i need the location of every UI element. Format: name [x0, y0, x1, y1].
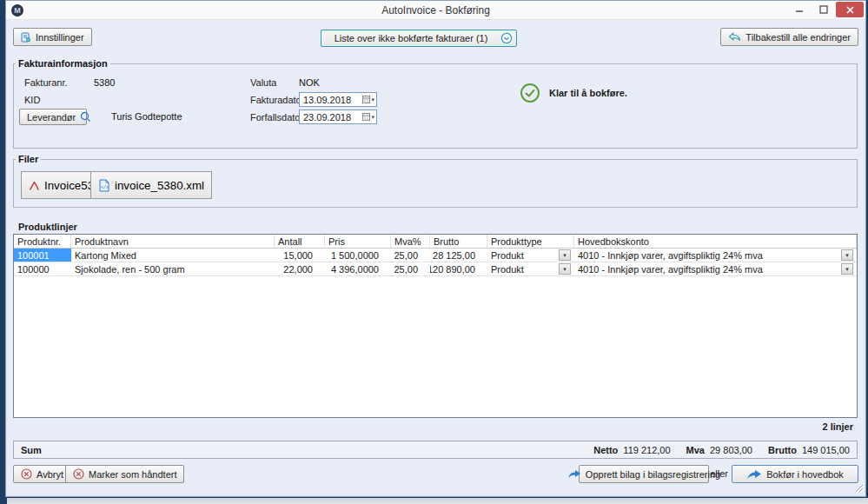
- minimize-button[interactable]: [787, 2, 811, 17]
- maximize-button[interactable]: [812, 2, 835, 17]
- dropdown-arrow-icon[interactable]: ▾: [559, 263, 571, 275]
- cell-quantity[interactable]: 15,000: [275, 249, 325, 262]
- column-header-ledger-account[interactable]: Hovedbokskonto: [574, 235, 857, 248]
- ledger-account-value: 4010 - Innkjøp varer, avgiftspliktig 24%…: [578, 250, 763, 261]
- currency-value: NOK: [299, 77, 320, 88]
- cell-product-type[interactable]: Produkt ▾: [487, 249, 574, 262]
- cell-ledger-account[interactable]: 4010 - Innkjøp varer, avgiftspliktig 24%…: [574, 249, 857, 262]
- invoice-info-section: Fakturainformasjon Fakturanr. 5380 KID L…: [13, 58, 858, 149]
- unposted-invoices-dropdown[interactable]: Liste over ikke bokførte fakturaer (1): [321, 30, 517, 47]
- create-voucher-button-label: Opprett bilag i bilagsregistrering: [586, 469, 720, 480]
- caret-down-icon: ▾: [371, 96, 374, 103]
- supplier-value: Turis Godtepotte: [111, 111, 182, 122]
- desktop-strip: [7, 498, 868, 504]
- invoice-no-value: 5380: [94, 77, 115, 88]
- column-header-vat[interactable]: Mva%: [391, 235, 430, 248]
- ledger-account-value: 4010 - Innkjøp varer, avgiftspliktig 24%…: [578, 264, 763, 275]
- table-row[interactable]: 100000 Sjokolade, ren - 500 gram 22,000 …: [14, 262, 857, 276]
- cancel-circle-icon: [73, 468, 84, 480]
- cell-product-type[interactable]: Produkt ▾: [487, 262, 574, 275]
- titlebar: AutoInvoice - Bokføring M: [6, 1, 865, 20]
- svg-text:</>: </>: [101, 183, 109, 189]
- net-value: 119 212,00: [623, 445, 670, 455]
- pdf-file-icon: [29, 180, 40, 191]
- column-header-product-name[interactable]: Produktnavn: [71, 235, 275, 248]
- cell-price[interactable]: 1 500,0000: [325, 249, 391, 262]
- invoice-date-field[interactable]: 13.09.2018 ▾: [299, 92, 377, 107]
- unposted-invoices-dropdown-label: Liste over ikke bokførte fakturaer (1): [321, 33, 500, 43]
- reset-changes-button[interactable]: Tilbakestill alle endringer: [720, 28, 858, 46]
- column-header-quantity[interactable]: Antall: [275, 235, 325, 248]
- cancel-button[interactable]: Avbryt: [13, 465, 71, 483]
- caret-down-icon: ▾: [371, 114, 374, 121]
- file-xml-button[interactable]: </> invoice_5380.xml: [90, 171, 212, 199]
- close-button[interactable]: [836, 2, 864, 17]
- column-header-gross[interactable]: Brutto: [430, 235, 487, 248]
- file-xml-name: invoice_5380.xml: [115, 179, 204, 192]
- cell-vat[interactable]: 25,00: [391, 249, 430, 262]
- invoice-no-label: Fakturanr.: [24, 77, 68, 88]
- post-ledger-button[interactable]: Bokfør i hovedbok: [732, 465, 858, 483]
- vat-label: Mva: [686, 445, 705, 455]
- sum-label: Sum: [21, 445, 42, 455]
- xml-file-icon: </>: [98, 179, 110, 192]
- files-section-title: Filer: [16, 154, 41, 164]
- product-lines-section-title: Produktlinjer: [18, 222, 77, 232]
- dropdown-arrow-icon[interactable]: ▾: [559, 249, 571, 261]
- calendar-icon[interactable]: ▾: [362, 113, 376, 121]
- supplier-button[interactable]: Leverandør: [19, 109, 87, 125]
- settings-button[interactable]: Innstillinger: [13, 28, 92, 46]
- column-header-price[interactable]: Pris: [325, 235, 391, 248]
- settings-icon: [21, 32, 31, 43]
- settings-button-label: Innstillinger: [36, 32, 84, 43]
- app-logo-icon: M: [11, 4, 23, 17]
- due-date-label: Forfallsdato: [250, 112, 300, 123]
- due-date-field[interactable]: 23.09.2018 ▾: [299, 109, 377, 124]
- table-row[interactable]: 100001 Kartong Mixed 15,000 1 500,0000 2…: [14, 249, 857, 262]
- supplier-button-label: Leverandør: [27, 112, 76, 123]
- column-header-product-type[interactable]: Produkttype: [487, 235, 574, 248]
- column-header-product-no[interactable]: Produktnr.: [14, 235, 71, 248]
- cancel-button-label: Avbryt: [36, 469, 63, 480]
- status-message: Klar til å bokføre.: [549, 88, 627, 98]
- line-count: 2 linjer: [823, 421, 853, 432]
- or-label: eller: [710, 468, 728, 479]
- net-label: Netto: [593, 445, 618, 455]
- totals: Netto 119 212,00 Mva 29 803,00 Brutto 14…: [593, 445, 850, 455]
- check-circle-icon: [520, 83, 540, 103]
- cell-product-name[interactable]: Kartong Mixed: [71, 249, 275, 262]
- resize-grip-icon[interactable]: [855, 484, 864, 494]
- toolbar: Innstillinger Liste over ikke bokførte f…: [6, 28, 865, 49]
- sum-bar: Sum Netto 119 212,00 Mva 29 803,00 Brutt…: [13, 441, 858, 459]
- cell-quantity[interactable]: 22,000: [275, 262, 325, 275]
- create-voucher-button[interactable]: Opprett bilag i bilagsregistrering: [579, 465, 709, 483]
- footer-actions: Avbryt Marker som håndtert Opprett bilag…: [6, 465, 865, 486]
- cell-gross[interactable]: 28 125,00: [430, 249, 487, 262]
- gross-value: 149 015,00: [802, 445, 850, 455]
- reset-changes-button-label: Tilbakestill alle endringer: [745, 32, 851, 43]
- cell-product-name[interactable]: Sjokolade, ren - 500 gram: [71, 262, 275, 275]
- gross-label: Brutto: [768, 445, 797, 455]
- window-title: AutoInvoice - Bokføring: [6, 4, 865, 17]
- mark-handled-button[interactable]: Marker som håndtert: [65, 465, 184, 483]
- cell-price[interactable]: 4 396,0000: [325, 262, 391, 275]
- post-ledger-button-label: Bokfør i hovedbok: [766, 469, 844, 480]
- search-icon: [80, 111, 91, 123]
- mark-handled-button-label: Marker som håndtert: [89, 469, 176, 480]
- vat-value: 29 803,00: [710, 445, 752, 455]
- currency-label: Valuta: [250, 77, 276, 88]
- calendar-icon[interactable]: ▾: [362, 96, 376, 103]
- invoice-date-value: 13.09.2018: [303, 95, 351, 105]
- files-section: Filer Invoice5380.pdf </> invoice_5380.x…: [13, 154, 858, 208]
- cell-product-no[interactable]: 100001: [14, 249, 71, 262]
- dropdown-arrow-icon[interactable]: ▾: [841, 263, 853, 275]
- cell-vat[interactable]: 25,00: [391, 262, 430, 275]
- chevron-down-circle-icon: [500, 32, 513, 44]
- cell-ledger-account[interactable]: 4010 - Innkjøp varer, avgiftspliktig 24%…: [574, 262, 857, 275]
- due-date-value: 23.09.2018: [303, 112, 351, 123]
- cell-product-no[interactable]: 100000: [14, 262, 71, 275]
- product-type-value: Produkt: [491, 250, 524, 261]
- cell-gross[interactable]: 120 890,00: [430, 262, 487, 275]
- table-header-row: Produktnr. Produktnavn Antall Pris Mva% …: [14, 235, 857, 249]
- dropdown-arrow-icon[interactable]: ▾: [841, 249, 853, 261]
